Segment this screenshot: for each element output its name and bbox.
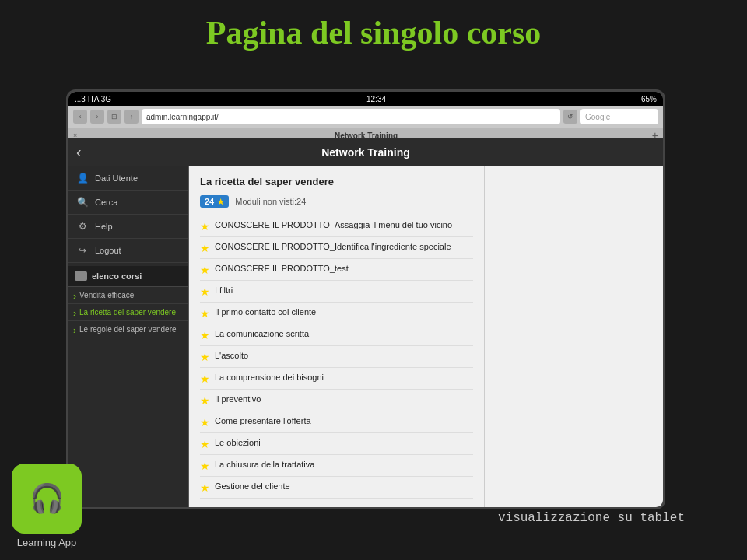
- sidebar-item-help[interactable]: ⚙ Help: [68, 215, 188, 239]
- sidebar: 👤 Dati Utente 🔍 Cerca ⚙ Help ↪ Logout: [68, 166, 189, 507]
- slide-title: Pagina del singolo corso: [0, 14, 747, 51]
- badge-star-icon: ★: [217, 198, 224, 206]
- help-icon: ⚙: [76, 220, 89, 233]
- sidebar-item-dati-utente[interactable]: 👤 Dati Utente: [68, 166, 188, 191]
- folder-icon: [75, 271, 87, 281]
- module-name: La comunicazione scritta: [215, 328, 309, 339]
- bottom-label: visualizzazione su tablet: [498, 511, 685, 525]
- module-item[interactable]: ★Il preventivo: [200, 390, 473, 411]
- module-item[interactable]: ★L'ascolto: [200, 346, 473, 368]
- tablet-frame: ...3 ITA 3G 12:34 65% ‹ › ⊟ ↑ admin.lear…: [66, 89, 665, 509]
- badge-unseen-count: 24 ★: [200, 195, 229, 208]
- content-area: La ricetta del saper vendere 24 ★ Moduli…: [189, 166, 484, 507]
- module-name: L'ascolto: [215, 350, 248, 361]
- logout-icon: ↪: [76, 244, 89, 257]
- url-bar[interactable]: admin.learningapp.it/: [142, 109, 560, 124]
- status-battery: 65%: [641, 95, 657, 103]
- module-name: La comprensione dei bisogni: [215, 372, 324, 383]
- module-name: Come presentare l'offerta: [215, 415, 311, 426]
- status-center-time: 12:34: [366, 95, 386, 103]
- back-button[interactable]: ‹: [73, 110, 87, 124]
- logo-box: 🎧: [12, 464, 82, 534]
- sidebar-item-label-logout: Logout: [95, 246, 121, 255]
- headphones-icon: 🎧: [30, 482, 65, 515]
- module-name: CONOSCERE IL PRODOTTO_test: [215, 263, 349, 274]
- module-name: CONOSCERE IL PRODOTTO_Assaggia il menù d…: [215, 219, 452, 230]
- app-header-title: Network Training: [321, 146, 410, 159]
- sidebar-courses-label: elenco corsi: [92, 271, 142, 281]
- forward-button[interactable]: ›: [90, 110, 104, 124]
- module-item[interactable]: ★Le obiezioni: [200, 433, 473, 455]
- module-star-icon: ★: [200, 416, 210, 429]
- module-item[interactable]: ★La comunicazione scritta: [200, 324, 473, 346]
- modules-badge-row: 24 ★ Moduli non visti:24: [200, 195, 473, 208]
- module-item[interactable]: ★La chiusura della trattativa: [200, 455, 473, 477]
- sidebar-item-cerca[interactable]: 🔍 Cerca: [68, 191, 188, 215]
- module-item[interactable]: ★CONOSCERE IL PRODOTTO_Identifica l'ingr…: [200, 237, 473, 259]
- module-name: La chiusura della trattativa: [215, 459, 314, 470]
- bookmarks-button[interactable]: ⊟: [107, 110, 121, 124]
- sidebar-courses-header: elenco corsi: [68, 266, 188, 287]
- sidebar-course-regole[interactable]: Le regole del saper vendere: [68, 321, 188, 338]
- module-item[interactable]: ★CONOSCERE IL PRODOTTO_Assaggia il menù …: [200, 215, 473, 237]
- module-star-icon: ★: [200, 329, 210, 341]
- right-panel: [484, 166, 663, 507]
- module-item[interactable]: ★Gestione del cliente: [200, 477, 473, 499]
- status-bar: ...3 ITA 3G 12:34 65%: [68, 92, 663, 106]
- app-header: ‹ Network Training: [68, 138, 663, 166]
- logo-label: Learning App: [17, 537, 77, 548]
- user-icon: 👤: [76, 172, 89, 184]
- module-name: Le obiezioni: [215, 437, 261, 448]
- module-star-icon: ★: [200, 285, 210, 298]
- module-star-icon: ★: [200, 373, 210, 385]
- sidebar-course-ricetta[interactable]: La ricetta del saper vendere: [68, 304, 188, 321]
- status-left: ...3 ITA 3G: [75, 95, 111, 103]
- module-name: I filtri: [215, 285, 233, 296]
- module-star-icon: ★: [200, 460, 210, 472]
- module-star-icon: ★: [200, 220, 210, 233]
- app-content: ‹ Network Training 👤 Dati Utente 🔍 Cerca: [68, 138, 663, 507]
- learning-app-logo: 🎧 Learning App: [12, 464, 82, 548]
- module-item[interactable]: ★Come presentare l'offerta: [200, 411, 473, 433]
- browser-chrome: ...3 ITA 3G 12:34 65% ‹ › ⊟ ↑ admin.lear…: [68, 92, 663, 138]
- module-name: CONOSCERE IL PRODOTTO_Identifica l'ingre…: [215, 241, 451, 252]
- module-name: Il primo contatto col cliente: [215, 306, 316, 317]
- badge-number: 24: [205, 197, 214, 206]
- search-icon: 🔍: [76, 196, 89, 208]
- module-name: Il preventivo: [215, 394, 261, 404]
- sidebar-item-label-cerca: Cerca: [95, 198, 117, 207]
- module-star-icon: ★: [200, 351, 210, 363]
- module-item[interactable]: ★I filtri: [200, 281, 473, 303]
- share-button[interactable]: ↑: [124, 110, 139, 124]
- module-name: Gestione del cliente: [215, 481, 290, 492]
- refresh-button[interactable]: ↺: [563, 110, 577, 124]
- nav-bar: ‹ › ⊟ ↑ admin.learningapp.it/ ↺ Google: [68, 106, 663, 128]
- module-star-icon: ★: [200, 438, 210, 450]
- module-item[interactable]: ★Il primo contatto col cliente: [200, 303, 473, 324]
- module-star-icon: ★: [200, 242, 210, 254]
- module-star-icon: ★: [200, 307, 210, 320]
- app-back-button[interactable]: ‹: [76, 143, 82, 161]
- main-layout: 👤 Dati Utente 🔍 Cerca ⚙ Help ↪ Logout: [68, 166, 663, 507]
- sidebar-menu: 👤 Dati Utente 🔍 Cerca ⚙ Help ↪ Logout: [68, 166, 188, 263]
- module-list: ★CONOSCERE IL PRODOTTO_Assaggia il menù …: [200, 215, 473, 499]
- modules-not-seen-label: Moduli non visti:24: [235, 197, 306, 206]
- module-star-icon: ★: [200, 394, 210, 407]
- module-star-icon: ★: [200, 264, 210, 276]
- course-title: La ricetta del saper vendere: [200, 176, 473, 187]
- module-item[interactable]: ★La comprensione dei bisogni: [200, 368, 473, 390]
- sidebar-item-label-help: Help: [95, 222, 113, 231]
- module-item[interactable]: ★CONOSCERE IL PRODOTTO_test: [200, 259, 473, 281]
- sidebar-courses-section: elenco corsi Vendita efficace La ricetta…: [68, 266, 188, 338]
- sidebar-item-label-dati-utente: Dati Utente: [95, 173, 138, 183]
- sidebar-item-logout[interactable]: ↪ Logout: [68, 239, 188, 263]
- search-bar[interactable]: Google: [580, 109, 658, 124]
- module-star-icon: ★: [200, 481, 210, 494]
- sidebar-course-vendita-efficace[interactable]: Vendita efficace: [68, 287, 188, 304]
